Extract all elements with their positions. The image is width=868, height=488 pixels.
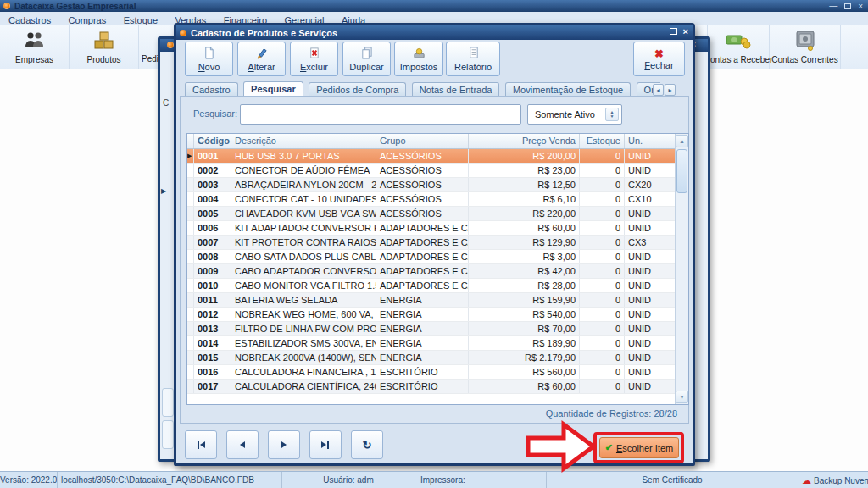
cell-preco-venda: R$ 6,10 xyxy=(469,192,580,206)
scroll-up-icon[interactable]: ▲ xyxy=(676,135,688,147)
cell-estoque: 0 xyxy=(580,380,625,393)
products-table: Código Descrição Grupo Preço Venda Estoq… xyxy=(186,133,689,405)
tab-cadastro[interactable]: Cadastro xyxy=(185,82,238,97)
refresh-button[interactable]: ↻ xyxy=(351,430,383,459)
table-row[interactable]: 0004CONECTOR CAT - 10 UNIDADESACESSÓRIOS… xyxy=(187,192,675,207)
table-row[interactable]: 0002CONECTOR DE AÚDIO FÊMEAACESSÓRIOSR$ … xyxy=(187,164,675,178)
column-header-un[interactable]: Un. xyxy=(625,134,675,148)
cell-codigo: 0012 xyxy=(194,308,231,321)
cell-descricao: CONECTOR CAT - 10 UNIDADES xyxy=(231,192,376,206)
scrollbar-thumb[interactable] xyxy=(676,149,687,193)
relatorio-button[interactable]: Relatório xyxy=(446,42,500,76)
minimize-icon[interactable]: — xyxy=(829,4,837,8)
tab-scroll-left-icon[interactable]: ◂ xyxy=(653,84,664,96)
column-header-estoque[interactable]: Estoque xyxy=(580,134,625,148)
toolbar-contas-receber-button[interactable]: Contas a Receber xyxy=(707,25,770,69)
menu-estoque[interactable]: Estoque xyxy=(117,14,164,25)
maximize-icon[interactable] xyxy=(670,28,677,35)
cell-descricao: BATERIA WEG SELADA xyxy=(231,293,376,307)
table-row[interactable]: 0003ABRAÇADEIRA NYLON 20CM - 20 UNIDACES… xyxy=(187,178,675,192)
boxes-icon xyxy=(93,30,115,53)
table-row[interactable]: 0011BATERIA WEG SELADAENERGIAR$ 159,900U… xyxy=(187,293,675,308)
close-icon[interactable]: × xyxy=(683,27,688,36)
menu-cadastros[interactable]: Cadastros xyxy=(2,14,58,25)
dialog-title: Cadastro de Produtos e Serviços xyxy=(191,28,337,38)
app-icon xyxy=(180,30,186,36)
tab-movimentacao-de-estoque[interactable]: Movimentação de Estoque xyxy=(505,82,631,97)
cell-preco-venda: R$ 220,00 xyxy=(469,207,580,220)
cell-un: UNID xyxy=(625,207,675,220)
cell-estoque: 0 xyxy=(580,351,625,364)
table-row[interactable]: 0005CHAVEADOR KVM USB VGA SWITCH FACESSÓ… xyxy=(187,207,675,221)
cell-grupo: ESCRITÓRIO xyxy=(376,365,469,379)
table-row[interactable]: 0009CABO ADAPTADOR CONVERSOR F3, HADAPTA… xyxy=(187,264,675,279)
cell-descricao: CALCULADORA CIENTÍFICA, 240 FUNÇ xyxy=(231,380,376,393)
cell-codigo: 0011 xyxy=(194,293,231,307)
table-row[interactable]: 0015NOBREAK 2000VA (1400W), SENOIDAENERG… xyxy=(187,351,675,365)
table-row[interactable]: 0001HUB USB 3.0 7 PORTASACESSÓRIOSR$ 200… xyxy=(187,149,675,164)
row-indicator xyxy=(187,308,194,321)
records-count: Quantidade de Registros: 28/28 xyxy=(546,408,677,419)
table-row[interactable]: 0012NOBREAK WEG HOME, 600 VA, BIVOLENERG… xyxy=(187,308,675,322)
fechar-button[interactable]: ✖ Fechar xyxy=(633,42,685,76)
vertical-scrollbar[interactable]: ▲ ▼ xyxy=(675,134,688,404)
cell-estoque: 0 xyxy=(580,264,625,278)
annotation-highlight-rect xyxy=(593,432,684,463)
table-row[interactable]: 0014ESTABILIZADOR SMS 300VA, ENTRADENERG… xyxy=(187,336,675,351)
restore-icon[interactable] xyxy=(844,3,851,9)
cell-codigo: 0008 xyxy=(194,250,231,263)
tab-pedidos-de-compra[interactable]: Pedidos de Compra xyxy=(309,82,406,97)
toolbar-produtos-button[interactable]: Produtos xyxy=(70,25,139,69)
table-row[interactable]: 0017CALCULADORA CIENTÍFICA, 240 FUNÇESCR… xyxy=(187,380,675,394)
cell-un: UNID xyxy=(625,351,675,364)
table-row[interactable]: 0007KIT PROTETOR CONTRA RAIOS CLAMADAPTA… xyxy=(187,236,675,250)
app-icon xyxy=(167,42,174,48)
table-row[interactable]: 0016CALCULADORA FINANCEIRA , 120 FUNESCR… xyxy=(187,365,675,380)
table-row[interactable]: 0006KIT ADAPTADOR CONVERSOR F3, DISADAPT… xyxy=(187,221,675,236)
last-record-button[interactable] xyxy=(309,430,342,459)
menu-compras[interactable]: Compras xyxy=(62,14,114,25)
tab-scroll-right-icon[interactable]: ▸ xyxy=(665,84,676,96)
tab-notas-de-entrada[interactable]: Notas de Entrada xyxy=(412,82,500,97)
column-header-descricao[interactable]: Descrição xyxy=(231,134,376,148)
status-certificate: Sem Certificado xyxy=(547,472,798,488)
column-header-codigo[interactable]: Código xyxy=(194,134,231,148)
close-icon[interactable]: × xyxy=(858,2,863,11)
statusbar: Versão: 2022.04.23 localhost/3050:C:\Dat… xyxy=(0,471,868,488)
table-row[interactable]: 0013FILTRO DE LINHA PW COM PROTEÇÃENERGI… xyxy=(187,322,675,336)
cell-un: UNID xyxy=(625,365,675,379)
background-window-fragment xyxy=(162,388,174,417)
spinner-icon[interactable]: ▲▼ xyxy=(605,108,619,121)
cell-un: UNID xyxy=(625,308,675,321)
row-indicator xyxy=(187,365,194,379)
cell-un: UNID xyxy=(625,293,675,307)
indicator-column-header xyxy=(187,134,194,148)
filter-dropdown[interactable]: Somente Ativo ▲▼ xyxy=(527,104,622,125)
scroll-down-icon[interactable]: ▼ xyxy=(676,391,688,403)
toolbar-empresas-button[interactable]: Empresas xyxy=(0,25,70,69)
cell-un: UNID xyxy=(625,380,675,393)
column-header-preco-venda[interactable]: Preço Venda xyxy=(469,134,580,148)
cell-grupo: ENERGIA xyxy=(376,351,469,364)
next-record-button[interactable] xyxy=(268,430,300,459)
duplicar-button[interactable]: Duplicar xyxy=(342,42,391,76)
toolbar-contas-correntes-button[interactable]: Contas Correntes xyxy=(770,25,841,69)
table-row[interactable]: 0010CABO MONITOR VGA FILTRO 1.5MADAPTADO… xyxy=(187,279,675,293)
alterar-button[interactable]: Alterar xyxy=(237,42,286,76)
status-backup[interactable]: ☁Backup Nuvem xyxy=(798,472,868,488)
search-input[interactable] xyxy=(240,104,521,125)
column-header-grupo[interactable]: Grupo xyxy=(376,134,469,148)
tab-pesquisar[interactable]: Pesquisar xyxy=(243,81,303,97)
money-icon xyxy=(726,30,751,53)
cell-grupo: ACESSÓRIOS xyxy=(376,192,469,206)
novo-button[interactable]: Novo xyxy=(185,42,233,76)
table-row[interactable]: 0008CABO SATA DADOS PLUS CABLE 180º/ADAP… xyxy=(187,250,675,264)
impostos-button[interactable]: Impostos xyxy=(394,42,443,76)
first-record-button[interactable] xyxy=(185,430,217,459)
cell-codigo: 0004 xyxy=(194,192,231,206)
dialog-titlebar: Cadastro de Produtos e Serviços × xyxy=(176,25,693,40)
cell-descricao: HUB USB 3.0 7 PORTAS xyxy=(231,149,376,163)
excluir-button[interactable]: Excluir xyxy=(290,42,338,76)
previous-record-button[interactable] xyxy=(226,430,259,459)
cell-preco-venda: R$ 3,00 xyxy=(469,250,580,263)
